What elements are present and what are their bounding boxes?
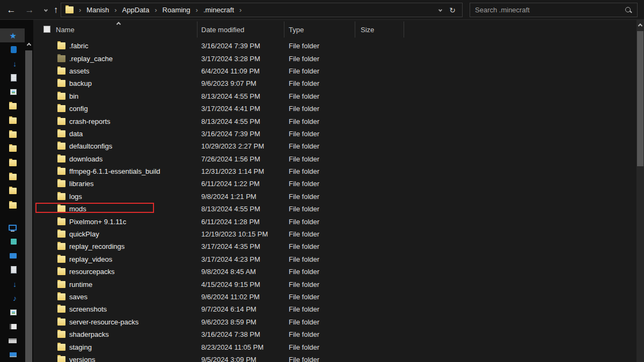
sidebar-item[interactable]	[0, 99, 25, 113]
column-header-date-modified[interactable]: Date modified	[197, 21, 284, 38]
back-button[interactable]: ←	[3, 0, 19, 20]
file-name-cell[interactable]: replay_videos	[33, 255, 197, 263]
file-row[interactable]: screenshots 9/7/2024 6:14 PM File folder	[33, 303, 636, 315]
file-name-cell[interactable]: bin	[33, 92, 197, 100]
file-name-cell[interactable]: logs	[33, 193, 197, 201]
address-bar[interactable]: ›Manish ›AppData ›Roaming ›.minecraft › …	[61, 3, 463, 17]
file-row[interactable]: shaderpacks 3/16/2024 7:38 PM File folde…	[33, 328, 636, 341]
sidebar-item[interactable]	[0, 220, 25, 234]
file-name-cell[interactable]: replay_recordings	[33, 242, 197, 250]
search-icon[interactable]	[625, 6, 632, 14]
nav-scrollbar-thumb[interactable]	[25, 50, 32, 362]
file-row[interactable]: mods 8/13/2024 4:55 PM File folder	[33, 203, 636, 215]
file-name-cell[interactable]: libraries	[33, 180, 197, 188]
sidebar-item[interactable]	[0, 305, 25, 319]
address-dropdown-chevron-icon[interactable]	[438, 8, 442, 12]
file-name-cell[interactable]: saves	[33, 293, 197, 301]
refresh-icon[interactable]: ↻	[449, 6, 456, 14]
file-name-cell[interactable]: data	[33, 130, 197, 138]
file-name-cell[interactable]: .replay_cache	[33, 55, 197, 63]
file-name-cell[interactable]: versions	[33, 356, 197, 362]
sidebar-item[interactable]	[0, 71, 25, 85]
file-row[interactable]: ffmpeg-6.1.1-essentials_build 12/31/2023…	[33, 165, 636, 178]
file-name-cell[interactable]: backup	[33, 79, 197, 87]
file-row[interactable]: libraries 6/11/2024 1:22 PM File folder	[33, 178, 636, 190]
file-row[interactable]: backup 9/6/2023 9:07 PM File folder	[33, 77, 636, 90]
file-name-cell[interactable]: server-resource-packs	[33, 318, 197, 326]
file-row[interactable]: quickPlay 12/19/2023 10:15 PM File folde…	[33, 228, 636, 240]
file-row[interactable]: saves 9/6/2024 11:02 PM File folder	[33, 291, 636, 303]
column-header-type[interactable]: Type	[284, 21, 355, 38]
file-list-scrollbar[interactable]	[636, 20, 644, 362]
sidebar-item[interactable]	[0, 234, 25, 248]
file-row[interactable]: bin 8/13/2024 4:55 PM File folder	[33, 90, 636, 102]
type-cell: File folder	[284, 79, 355, 87]
file-name-cell[interactable]: resourcepacks	[33, 268, 197, 276]
sidebar-item[interactable]: ↓	[0, 277, 25, 291]
file-row[interactable]: replay_recordings 3/17/2024 4:35 PM File…	[33, 240, 636, 253]
file-name-cell[interactable]: mods	[33, 205, 197, 213]
breadcrumb-item[interactable]: Manish	[83, 6, 112, 14]
sidebar-item[interactable]	[0, 198, 25, 212]
column-header-size[interactable]: Size	[355, 21, 404, 38]
nav-pane-scrollbar[interactable]	[25, 40, 33, 362]
file-row[interactable]: Pixelmon+ 9.1.11c 6/11/2024 1:28 PM File…	[33, 215, 636, 227]
search-input[interactable]	[470, 6, 625, 14]
file-row[interactable]: .fabric 3/16/2024 7:39 PM File folder	[33, 40, 636, 52]
file-name-cell[interactable]: ffmpeg-6.1.1-essentials_build	[33, 167, 197, 175]
sidebar-item[interactable]	[0, 184, 25, 198]
file-name-cell[interactable]: staging	[33, 343, 197, 351]
file-name-cell[interactable]: shaderpacks	[33, 330, 197, 338]
sidebar-item[interactable]	[0, 156, 25, 170]
breadcrumb-item[interactable]: Roaming	[159, 6, 194, 14]
sidebar-item[interactable]	[0, 334, 25, 348]
date-modified-cell: 12/31/2023 1:14 PM	[197, 167, 284, 175]
file-row[interactable]: replay_videos 3/17/2024 4:23 PM File fol…	[33, 253, 636, 265]
sidebar-item[interactable]	[0, 42, 25, 56]
file-row[interactable]: defaultconfigs 10/29/2023 2:27 PM File f…	[33, 140, 636, 152]
file-row[interactable]: downloads 7/26/2024 1:56 PM File folder	[33, 153, 636, 165]
sidebar-item[interactable]: ★	[0, 28, 25, 42]
file-name-cell[interactable]: config	[33, 105, 197, 113]
file-name-cell[interactable]: runtime	[33, 280, 197, 289]
file-row[interactable]: resourcepacks 9/8/2024 8:45 AM File fold…	[33, 265, 636, 278]
file-name-cell[interactable]: downloads	[33, 155, 197, 163]
breadcrumb-item[interactable]: .minecraft	[200, 6, 237, 14]
breadcrumb-item[interactable]: AppData	[119, 6, 153, 14]
file-row[interactable]: crash-reports 8/13/2024 4:55 PM File fol…	[33, 115, 636, 127]
sidebar-item[interactable]	[0, 128, 25, 142]
scroll-up-icon[interactable]	[636, 21, 644, 29]
file-name-cell[interactable]: screenshots	[33, 305, 197, 313]
file-row[interactable]: staging 8/23/2024 11:05 PM File folder	[33, 341, 636, 353]
file-row[interactable]: logs 9/8/2024 1:21 PM File folder	[33, 190, 636, 203]
select-all-checkbox[interactable]	[43, 26, 50, 33]
file-row[interactable]: assets 6/4/2024 11:09 PM File folder	[33, 65, 636, 77]
sidebar-item[interactable]	[0, 142, 25, 156]
file-row[interactable]: .replay_cache 3/17/2024 3:28 PM File fol…	[33, 52, 636, 64]
file-name-cell[interactable]: Pixelmon+ 9.1.11c	[33, 218, 197, 226]
sidebar-item[interactable]: ♪	[0, 291, 25, 305]
file-row[interactable]: config 3/17/2024 4:41 PM File folder	[33, 102, 636, 115]
folder-icon	[57, 356, 65, 362]
file-row[interactable]: data 3/16/2024 7:39 PM File folder	[33, 128, 636, 140]
sidebar-item[interactable]	[0, 170, 25, 184]
sidebar-item[interactable]	[0, 113, 25, 127]
sidebar-item[interactable]	[0, 85, 25, 99]
sidebar-item[interactable]: ↓	[0, 57, 25, 71]
file-row[interactable]: versions 9/5/2024 3:09 PM File folder	[33, 353, 636, 362]
column-header-name[interactable]: Name	[33, 21, 197, 38]
file-name-cell[interactable]: quickPlay	[33, 230, 197, 238]
file-name-cell[interactable]: defaultconfigs	[33, 142, 197, 150]
scrollbar-thumb[interactable]	[637, 31, 643, 166]
file-name-cell[interactable]: assets	[33, 67, 197, 75]
sidebar-item[interactable]	[0, 263, 25, 277]
file-row[interactable]: server-resource-packs 9/6/2023 8:59 PM F…	[33, 316, 636, 328]
file-row[interactable]: runtime 4/15/2024 9:15 PM File folder	[33, 278, 636, 290]
forward-button[interactable]: →	[21, 0, 38, 20]
sidebar-item[interactable]	[0, 348, 25, 362]
sidebar-item[interactable]	[0, 320, 25, 334]
scroll-up-icon[interactable]	[25, 41, 33, 49]
file-name-cell[interactable]: crash-reports	[33, 117, 197, 125]
file-name-cell[interactable]: .fabric	[33, 42, 197, 50]
sidebar-item[interactable]	[0, 249, 25, 263]
